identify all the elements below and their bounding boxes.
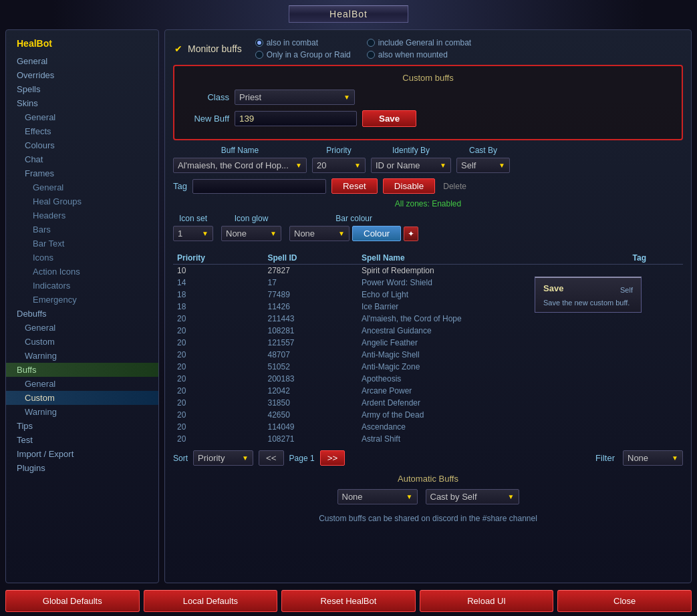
radio-include-general[interactable]: include General in combat: [367, 38, 471, 47]
priority-col: Priority 20 ▼: [312, 146, 366, 173]
icon-set-dropdown[interactable]: 1 ▼: [173, 226, 213, 241]
buff-name-header: Buff Name: [173, 146, 307, 155]
table-row[interactable]: 20 200183 Apotheosis: [173, 373, 683, 385]
table-row[interactable]: 20 42650 Army of the Dead: [173, 409, 683, 421]
sidebar-subsubitem-general[interactable]: General: [6, 180, 158, 194]
sidebar-item-plugins[interactable]: Plugins: [6, 461, 158, 475]
sidebar-subsubitem-healgroups[interactable]: Heal Groups: [6, 194, 158, 208]
sidebar-item-test[interactable]: Test: [6, 433, 158, 447]
sidebar-subitem-debuffs-general[interactable]: General: [6, 321, 158, 335]
prev-page-button[interactable]: <<: [259, 450, 284, 466]
star-button[interactable]: ✦: [404, 226, 418, 241]
pagination-row: Sort Priority ▼ << Page 1 >> Filter None…: [173, 450, 683, 466]
spell-id: 27827: [263, 265, 358, 277]
spell-name[interactable]: Ardent Defender: [358, 397, 629, 409]
global-defaults-button[interactable]: Global Defaults: [5, 590, 140, 612]
bottom-bar: Global Defaults Local Defaults Reset Hea…: [0, 586, 697, 616]
spell-name[interactable]: Ancestral Guidance: [358, 325, 629, 337]
new-buff-input[interactable]: [235, 111, 357, 126]
table-row[interactable]: 20 114049 Ascendance: [173, 421, 683, 433]
table-row[interactable]: 20 211443 Al'maiesh, the Cord of Hope: [173, 313, 683, 325]
sort-value: Priority: [198, 453, 225, 463]
cast-by-dropdown[interactable]: Self ▼: [456, 158, 510, 173]
table-row[interactable]: 20 108271 Astral Shift: [173, 433, 683, 445]
buff-name-dropdown[interactable]: Al'maiesh, the Cord of Hop... ▼: [173, 158, 307, 173]
filter-dropdown[interactable]: None ▼: [623, 450, 683, 466]
bar-colour-dropdown[interactable]: None ▼: [289, 226, 350, 241]
disable-button[interactable]: Disable: [383, 178, 435, 194]
tooltip-title: Save: [543, 283, 563, 293]
spell-name[interactable]: Anti-Magic Zone: [358, 361, 629, 373]
spell-id: 48707: [263, 349, 358, 361]
sidebar-subitem-buffs-custom[interactable]: Custom: [6, 391, 158, 405]
sidebar-subitem-frames[interactable]: Frames: [6, 166, 158, 180]
auto-buffs-value2: Cast by Self: [430, 492, 477, 502]
table-row[interactable]: 20 12042 Arcane Power: [173, 385, 683, 397]
sidebar-subitem-general[interactable]: General: [6, 110, 158, 124]
spell-priority: 10: [173, 265, 263, 277]
sidebar-subitem-colours[interactable]: Colours: [6, 138, 158, 152]
sidebar-subsubitem-icons[interactable]: Icons: [6, 251, 158, 265]
spell-id: 121557: [263, 337, 358, 349]
table-row[interactable]: 10 27827 Spirit of Redemption: [173, 265, 683, 277]
next-page-button[interactable]: >>: [320, 450, 345, 466]
monitor-checkbox-icon: ✔: [173, 43, 184, 54]
sidebar-subitem-effects[interactable]: Effects: [6, 124, 158, 138]
tag-input[interactable]: [192, 179, 326, 194]
spell-name[interactable]: Angelic Feather: [358, 337, 629, 349]
sidebar-subsubitem-indicators[interactable]: Indicators: [6, 279, 158, 293]
spell-name[interactable]: Ascendance: [358, 421, 629, 433]
close-button[interactable]: Close: [557, 590, 692, 612]
sidebar-subitem-debuffs-custom[interactable]: Custom: [6, 335, 158, 349]
local-defaults-button[interactable]: Local Defaults: [144, 590, 278, 612]
sidebar-subsubitem-actionicons[interactable]: Action Icons: [6, 265, 158, 279]
spell-name[interactable]: Al'maiesh, the Cord of Hope: [358, 313, 629, 325]
spell-name[interactable]: Army of the Dead: [358, 409, 629, 421]
sidebar-subsubitem-emergency[interactable]: Emergency: [6, 293, 158, 307]
identify-dropdown[interactable]: ID or Name ▼: [371, 158, 451, 173]
radio-only-group[interactable]: Only in a Group or Raid: [255, 50, 351, 59]
sort-dropdown[interactable]: Priority ▼: [193, 450, 253, 466]
table-row[interactable]: 20 31850 Ardent Defender: [173, 397, 683, 409]
reload-ui-button[interactable]: Reload UI: [420, 590, 554, 612]
auto-buffs-dropdown1[interactable]: None ▼: [337, 489, 418, 504]
sidebar-subsubitem-bartext[interactable]: Bar Text: [6, 237, 158, 251]
sidebar-item-spells[interactable]: Spells: [6, 82, 158, 96]
class-dropdown[interactable]: Priest ▼: [235, 90, 355, 105]
save-button[interactable]: Save: [362, 110, 416, 127]
colour-button[interactable]: Colour: [352, 226, 401, 241]
spell-priority: 20: [173, 337, 263, 349]
sidebar-item-buffs[interactable]: Buffs: [6, 363, 158, 377]
spell-name[interactable]: Arcane Power: [358, 385, 629, 397]
monitor-label[interactable]: ✔ Monitor buffs: [173, 43, 242, 54]
spell-name[interactable]: Spirit of Redemption: [358, 265, 629, 277]
table-row[interactable]: 20 51052 Anti-Magic Zone: [173, 361, 683, 373]
sidebar-subsubitem-headers[interactable]: Headers: [6, 208, 158, 222]
sidebar-item-import-export[interactable]: Import / Export: [6, 447, 158, 461]
sidebar-item-general[interactable]: General: [6, 54, 158, 68]
sidebar-subitem-buffs-warning[interactable]: Warning: [6, 405, 158, 419]
spell-name[interactable]: Anti-Magic Shell: [358, 349, 629, 361]
sidebar-item-skins[interactable]: Skins: [6, 96, 158, 110]
monitor-label-text: Monitor buffs: [188, 43, 242, 54]
radio-also-in-combat[interactable]: also in combat: [255, 38, 351, 47]
priority-dropdown[interactable]: 20 ▼: [312, 158, 366, 173]
sidebar-item-debuffs[interactable]: Debuffs: [6, 307, 158, 321]
sidebar-subitem-chat[interactable]: Chat: [6, 152, 158, 166]
spell-name[interactable]: Apotheosis: [358, 373, 629, 385]
reset-healbot-button[interactable]: Reset HealBot: [281, 590, 416, 612]
radio-when-mounted[interactable]: also when mounted: [367, 50, 471, 59]
sidebar-subitem-buffs-general[interactable]: General: [6, 377, 158, 391]
spell-name[interactable]: Astral Shift: [358, 433, 629, 445]
reset-button[interactable]: Reset: [331, 178, 378, 194]
table-row[interactable]: 20 108281 Ancestral Guidance: [173, 325, 683, 337]
sidebar-subsubitem-bars[interactable]: Bars: [6, 222, 158, 237]
icon-glow-dropdown[interactable]: None ▼: [221, 226, 281, 241]
sidebar-item-tips[interactable]: Tips: [6, 419, 158, 433]
auto-buffs-dropdown2[interactable]: Cast by Self ▼: [426, 489, 519, 504]
spell-priority: 18: [173, 301, 263, 313]
sidebar-item-overrides[interactable]: Overrides: [6, 68, 158, 82]
sidebar-subitem-debuffs-warning[interactable]: Warning: [6, 349, 158, 363]
table-row[interactable]: 20 48707 Anti-Magic Shell: [173, 349, 683, 361]
table-row[interactable]: 20 121557 Angelic Feather: [173, 337, 683, 349]
